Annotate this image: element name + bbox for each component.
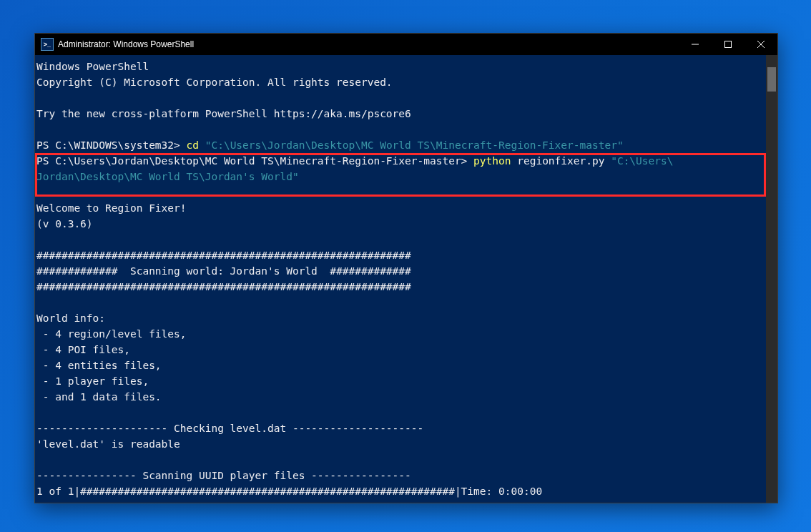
output-line: --------------------- Checking level.dat… bbox=[36, 423, 423, 434]
output-line: ---------------- Scanning UUID player fi… bbox=[36, 470, 411, 481]
output-line: - 1 player files, bbox=[36, 375, 149, 387]
prompt-line: PS C:\Users\Jordan\Desktop\MC World TS\M… bbox=[36, 155, 673, 167]
banner-line: Windows PowerShell bbox=[36, 61, 149, 72]
svg-rect-1 bbox=[725, 41, 732, 48]
output-line: - 4 POI files, bbox=[36, 344, 130, 355]
prompt-prefix: PS C:\WINDOWS\system32> bbox=[36, 139, 187, 151]
script-arg: regionfixer.py bbox=[511, 155, 611, 167]
output-line: ############# Scanning world: Jordan's W… bbox=[36, 265, 411, 277]
output-line: (v 0.3.6) bbox=[36, 218, 93, 230]
minimize-icon bbox=[692, 41, 699, 48]
output-line: - 4 entities files, bbox=[36, 360, 162, 371]
output-line: - and 1 data files. bbox=[36, 391, 162, 403]
powershell-icon: >_ bbox=[41, 38, 54, 51]
terminal-output[interactable]: Windows PowerShell Copyright (C) Microso… bbox=[35, 55, 766, 503]
close-icon bbox=[757, 41, 765, 48]
prompt-prefix: PS C:\Users\Jordan\Desktop\MC World TS\M… bbox=[36, 155, 473, 167]
terminal-area: Windows PowerShell Copyright (C) Microso… bbox=[35, 55, 777, 503]
string-arg-cont: Jordan\Desktop\MC World TS\Jordan's Worl… bbox=[36, 171, 299, 182]
command-token: python bbox=[473, 155, 511, 167]
output-line: 'level.dat' is readable bbox=[36, 438, 180, 450]
maximize-icon bbox=[724, 41, 732, 48]
window-controls bbox=[679, 34, 777, 55]
prompt-line: PS C:\WINDOWS\system32> cd "C:\Users\Jor… bbox=[36, 139, 624, 151]
titlebar[interactable]: >_ Administrator: Windows PowerShell bbox=[35, 34, 777, 55]
powershell-window: >_ Administrator: Windows PowerShell Win… bbox=[34, 33, 778, 503]
output-line: Welcome to Region Fixer! bbox=[36, 202, 187, 214]
output-line: - 4 region/level files, bbox=[36, 328, 187, 340]
minimize-button[interactable] bbox=[679, 34, 712, 55]
output-line: ########################################… bbox=[36, 250, 411, 261]
banner-line: Try the new cross-platform PowerShell ht… bbox=[36, 108, 411, 119]
scrollbar-thumb[interactable] bbox=[767, 67, 776, 92]
output-line: ########################################… bbox=[36, 281, 411, 292]
output-line: 1 of 1|#################################… bbox=[36, 486, 542, 497]
output-line: World info: bbox=[36, 312, 105, 324]
window-title: Administrator: Windows PowerShell bbox=[58, 39, 194, 49]
titlebar-left: >_ Administrator: Windows PowerShell bbox=[35, 38, 194, 51]
banner-line: Copyright (C) Microsoft Corporation. All… bbox=[36, 77, 393, 88]
string-arg: "C:\Users\Jordan\Desktop\MC World TS\Min… bbox=[199, 139, 624, 151]
vertical-scrollbar[interactable] bbox=[766, 55, 777, 503]
command-token: cd bbox=[187, 139, 199, 151]
close-button[interactable] bbox=[744, 34, 777, 55]
string-arg: "C:\Users\ bbox=[611, 155, 673, 167]
maximize-button[interactable] bbox=[712, 34, 744, 55]
